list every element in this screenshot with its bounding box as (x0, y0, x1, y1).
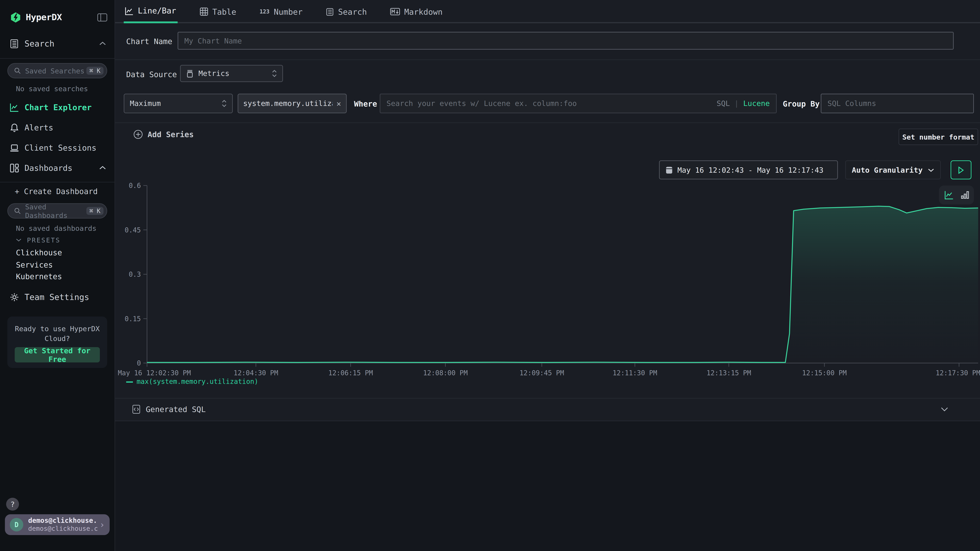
date-range-picker[interactable]: May 16 12:02:43 - May 16 12:17:43 (659, 160, 838, 179)
svg-text:0.45: 0.45 (125, 226, 141, 234)
hyperdx-logo-icon (10, 11, 21, 23)
line-view-icon[interactable] (944, 191, 953, 200)
metric-field-tag[interactable]: system.memory.utiliza × (238, 94, 347, 113)
get-started-button[interactable]: Get Started for Free (15, 347, 100, 362)
svg-text:12:09:45 PM: 12:09:45 PM (519, 369, 564, 376)
tab-label: Search (338, 7, 367, 16)
sidebar-item-client-sessions[interactable]: Client Sessions (10, 141, 106, 154)
user-menu[interactable]: D demos@clickhouse.com demos@clickhouse.… (5, 514, 110, 535)
sidebar-item-label: Alerts (24, 123, 53, 132)
aggregation-select[interactable]: Maximum (124, 94, 233, 113)
create-dashboard-link[interactable]: + Create Dashboard (15, 187, 98, 196)
chevron-up-icon[interactable] (99, 166, 106, 170)
updown-chevrons-icon (222, 100, 227, 107)
gear-icon (10, 292, 19, 302)
tab-search[interactable]: Search (325, 0, 368, 23)
svg-text:12:13:15 PM: 12:13:15 PM (706, 369, 751, 376)
user-org: demos@clickhouse.com's (28, 525, 97, 532)
group-by-label: Group By (783, 99, 820, 108)
tab-markdown[interactable]: Markdown (389, 0, 444, 23)
chart-display-toggle (939, 186, 974, 205)
sidebar-item-label: Search (24, 38, 54, 48)
sidebar-item-label: Team Settings (24, 292, 89, 302)
chart-name-input[interactable] (178, 32, 954, 49)
saved-searches-placeholder: Saved Searches (25, 67, 86, 75)
set-number-format-button[interactable]: Set number format (899, 129, 978, 145)
granularity-value: Auto Granularity (852, 166, 923, 174)
presets-header[interactable]: PRESETS (16, 236, 60, 244)
divider (0, 182, 115, 183)
laptop-icon (10, 143, 19, 152)
preset-kubernetes[interactable]: Kubernetes (16, 272, 62, 281)
divider (0, 58, 115, 59)
sidebar-item-search[interactable]: Search (10, 37, 106, 50)
chevron-right-icon: › (100, 520, 105, 530)
chevron-down-icon (16, 238, 21, 242)
generated-sql-label: Generated SQL (146, 405, 206, 414)
sidebar-item-dashboards[interactable]: Dashboards (10, 162, 106, 174)
sidebar-item-team-settings[interactable]: Team Settings (10, 290, 106, 304)
preset-services[interactable]: Services (16, 260, 53, 269)
user-email: demos@clickhouse.com (28, 517, 97, 525)
svg-text:12:15:00 PM: 12:15:00 PM (802, 369, 847, 376)
sidebar-item-chart-explorer[interactable]: Chart Explorer (10, 101, 106, 113)
sidebar: HyperDX Search Saved Searches ⌘ K No sav… (0, 0, 115, 551)
tab-table[interactable]: Table (198, 0, 237, 23)
saved-dashboards-input[interactable]: Saved Dashboards ⌘ K (7, 203, 107, 219)
run-query-button[interactable] (951, 160, 971, 179)
group-by-input[interactable] (821, 94, 974, 113)
svg-text:12:04:30 PM: 12:04:30 PM (234, 369, 278, 376)
app-title: HyperDX (26, 12, 62, 22)
number-123-icon: 123 (259, 9, 269, 15)
svg-text:12:17:30 PM: 12:17:30 PM (936, 369, 980, 376)
help-button[interactable]: ? (6, 498, 19, 511)
updown-chevrons-icon (272, 70, 277, 77)
table-icon (199, 7, 208, 16)
date-range-value: May 16 12:02:43 - May 16 12:17:43 (678, 166, 823, 174)
sidebar-item-alerts[interactable]: Alerts (10, 121, 106, 133)
chart-name-label: Chart Name (126, 37, 172, 46)
collapse-sidebar-icon[interactable] (97, 13, 107, 21)
chart-legend[interactable]: max(system.memory.utilization) (126, 378, 258, 386)
aggregation-value: Maximum (130, 99, 161, 108)
add-series-button[interactable]: Add Series (134, 130, 194, 139)
tab-number[interactable]: 123 Number (258, 0, 304, 23)
bar-view-icon[interactable] (961, 191, 969, 199)
legend-label: max(system.memory.utilization) (137, 378, 258, 386)
preset-clickhouse[interactable]: Clickhouse (16, 248, 62, 257)
chart-canvas[interactable]: 00.150.30.450.6May 16 12:02:30 PM12:04:3… (115, 181, 980, 376)
search-icon (14, 208, 21, 214)
bell-icon (10, 123, 19, 132)
cloud-promo-text: Ready to use HyperDX Cloud? (7, 324, 107, 343)
app: HyperDX Search Saved Searches ⌘ K No sav… (0, 0, 980, 551)
saved-searches-input[interactable]: Saved Searches ⌘ K (7, 63, 107, 78)
svg-text:0: 0 (137, 359, 141, 367)
main-content: Line/Bar Table 123 Number Search Markdow… (115, 0, 980, 551)
logo: HyperDX (10, 10, 107, 24)
avatar: D (10, 518, 23, 531)
bottom-empty-area (115, 421, 980, 551)
generated-sql-toggle[interactable]: Generated SQL (115, 398, 980, 421)
database-icon (186, 70, 194, 78)
lucene-toggle[interactable]: Lucene (743, 99, 770, 108)
data-source-select[interactable]: Metrics (180, 65, 283, 82)
shortcut-badge: ⌘ K (86, 207, 103, 215)
data-source-label: Data Source (126, 70, 177, 79)
granularity-select[interactable]: Auto Granularity (845, 160, 941, 179)
tab-line-bar[interactable]: Line/Bar (124, 0, 177, 23)
svg-text:12:11:30 PM: 12:11:30 PM (612, 369, 657, 376)
tab-label: Markdown (404, 7, 442, 16)
chevron-up-icon[interactable] (99, 41, 106, 45)
svg-text:0.6: 0.6 (129, 182, 141, 190)
remove-metric-icon[interactable]: × (336, 99, 341, 108)
code-icon (132, 405, 140, 414)
chart-explorer-icon (10, 103, 19, 112)
cloud-promo-card: Ready to use HyperDX Cloud? Get Started … (7, 316, 107, 368)
search-icon (14, 67, 21, 74)
tab-label: Line/Bar (138, 6, 176, 15)
line-chart-icon (125, 6, 134, 15)
divider (115, 59, 980, 60)
query-language-toggle[interactable]: SQL | Lucene (717, 99, 770, 108)
data-source-value: Metrics (199, 69, 229, 78)
sql-toggle[interactable]: SQL (717, 99, 730, 108)
